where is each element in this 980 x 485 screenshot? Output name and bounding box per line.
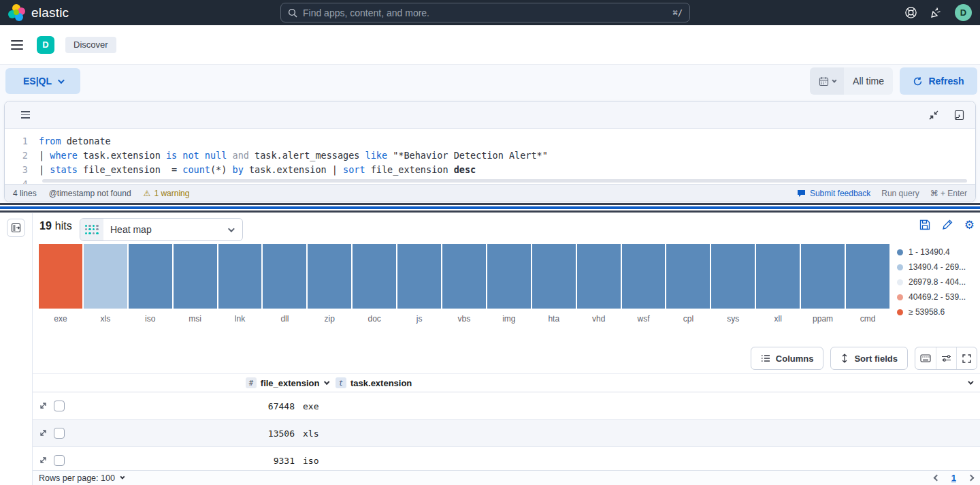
hits-count: 19hits: [39, 220, 72, 232]
query-section: ES|QL All time Refresh: [0, 65, 980, 213]
menu-icon[interactable]: [11, 40, 23, 50]
heatmap-x-label: wsf: [622, 314, 666, 324]
refresh-button[interactable]: Refresh: [900, 67, 977, 95]
next-page-button[interactable]: [968, 475, 975, 482]
code-line[interactable]: 3| stats file_extension = count(*) by ta…: [5, 163, 975, 177]
expand-row-icon[interactable]: [39, 456, 48, 465]
brand[interactable]: elastic: [8, 4, 69, 22]
heatmap-cell-xll[interactable]: [756, 244, 800, 309]
sidebar-toggle-button[interactable]: [7, 219, 25, 237]
heatmap-cell-zip[interactable]: [308, 244, 351, 309]
user-avatar[interactable]: D: [955, 4, 972, 21]
code-line[interactable]: 2| where task.extension is not null and …: [5, 148, 975, 163]
date-picker-toggle[interactable]: [810, 67, 844, 95]
heatmap-cell-lnk[interactable]: [218, 244, 262, 309]
legend-item[interactable]: 1 - 13490.4: [897, 248, 966, 256]
help-icon[interactable]: [904, 6, 917, 19]
panel-resizer-handle[interactable]: [0, 202, 980, 213]
run-query-hint: Run query: [881, 189, 919, 198]
cell-task-extension[interactable]: xls: [303, 420, 318, 447]
submit-feedback-link[interactable]: Submit feedback: [797, 189, 870, 198]
heatmap-cell-cpl[interactable]: [666, 244, 710, 309]
heatmap-x-label: img: [487, 314, 531, 324]
horizontal-scrollbar[interactable]: [42, 179, 967, 183]
docs-icon[interactable]: [954, 110, 964, 121]
warning-label[interactable]: 1 warning: [154, 189, 189, 198]
display-options-button[interactable]: [936, 347, 956, 369]
tab-discover[interactable]: Discover: [65, 37, 116, 53]
shrink-icon[interactable]: [928, 110, 939, 121]
global-search[interactable]: ⌘/: [280, 3, 690, 22]
heatmap-cell-js[interactable]: [397, 244, 441, 309]
row-checkbox[interactable]: [54, 455, 65, 466]
lines-count: 4 lines: [13, 189, 37, 198]
chevron-down-icon: [58, 77, 65, 84]
nav-bar: D Discover: [0, 25, 980, 65]
column-header-task-extension[interactable]: t task.extension: [336, 377, 412, 388]
search-icon: [288, 8, 297, 18]
expand-row-icon[interactable]: [39, 428, 48, 437]
legend-item[interactable]: 13490.4 - 269...: [897, 263, 966, 271]
date-picker[interactable]: All time: [810, 67, 893, 95]
expand-row-icon[interactable]: [39, 401, 48, 410]
refresh-label: Refresh: [928, 76, 964, 87]
heatmap-cell-hta[interactable]: [532, 244, 576, 309]
code-line[interactable]: 1from detonate: [5, 134, 975, 148]
refresh-icon: [913, 76, 923, 87]
heatmap-cell-msi[interactable]: [174, 244, 217, 309]
heatmap-cell-wsf[interactable]: [622, 244, 666, 309]
legend-item[interactable]: 26979.8 - 404...: [897, 278, 966, 286]
global-search-input[interactable]: [303, 7, 668, 18]
row-checkbox[interactable]: [54, 428, 65, 439]
heatmap-cell-iso[interactable]: [129, 244, 172, 309]
warning-icon: ⚠: [144, 189, 151, 198]
esql-mode-button[interactable]: ES|QL: [5, 68, 80, 94]
cell-file-extension[interactable]: 9331: [68, 447, 295, 470]
rows-per-page[interactable]: Rows per page: 100: [39, 473, 123, 483]
heatmap-cell-sys[interactable]: [711, 244, 755, 309]
news-icon[interactable]: [930, 6, 943, 19]
heatmap-cell-ppam[interactable]: [801, 244, 845, 309]
edit-icon[interactable]: [942, 219, 953, 230]
heatmap-cell-exe[interactable]: [39, 244, 82, 309]
columns-button[interactable]: Columns: [751, 347, 824, 370]
legend-item[interactable]: 40469.2 - 539...: [897, 293, 966, 301]
heatmap-x-label: zip: [308, 314, 351, 324]
heatmap-x-label: ppam: [801, 314, 845, 324]
prev-page-button[interactable]: [933, 475, 940, 482]
heatmap-x-label: cmd: [846, 314, 889, 324]
save-icon[interactable]: [919, 219, 930, 230]
visualization-selector[interactable]: Heat map: [80, 218, 243, 241]
space-badge[interactable]: D: [37, 36, 54, 54]
chevron-down-icon: [120, 475, 125, 480]
column-header-file-extension[interactable]: # file_extension: [101, 377, 327, 388]
header-menu-chevron[interactable]: [968, 379, 973, 384]
cell-task-extension[interactable]: iso: [303, 447, 318, 470]
heatmap-cell-vbs[interactable]: [442, 244, 486, 309]
heatmap-x-label: xll: [756, 314, 800, 324]
heatmap-x-label: exe: [39, 314, 82, 324]
global-header: elastic ⌘/ D: [0, 0, 980, 25]
sort-fields-button[interactable]: Sort fields: [830, 347, 908, 370]
editor-menu-icon[interactable]: [21, 111, 30, 119]
heatmap-cell-dll[interactable]: [263, 244, 306, 309]
row-checkbox[interactable]: [54, 401, 65, 411]
cell-file-extension[interactable]: 13506: [68, 420, 295, 447]
heatmap-cell-doc[interactable]: [353, 244, 396, 309]
heatmap-cell-cmd[interactable]: [846, 244, 889, 309]
cell-task-extension[interactable]: exe: [303, 392, 318, 420]
page-number[interactable]: 1: [951, 473, 956, 483]
editor-footer: 4 lines @timestamp not found ⚠ 1 warning…: [5, 184, 975, 202]
legend-item[interactable]: ≥ 53958.6: [897, 308, 966, 316]
cell-file-extension[interactable]: 67448: [68, 392, 295, 420]
code-editor[interactable]: 1from detonate2| where task.extension is…: [5, 129, 975, 184]
heatmap-cell-vhd[interactable]: [577, 244, 621, 309]
time-range-label[interactable]: All time: [844, 67, 893, 95]
gear-icon[interactable]: ⚙: [964, 219, 975, 230]
keyboard-shortcuts-button[interactable]: [915, 347, 936, 369]
table-row: 9331 iso: [33, 447, 980, 470]
keyboard-icon: [920, 354, 931, 362]
heatmap-cell-img[interactable]: [487, 244, 531, 309]
fullscreen-button[interactable]: [956, 347, 977, 369]
heatmap-cell-xls[interactable]: [84, 244, 127, 309]
